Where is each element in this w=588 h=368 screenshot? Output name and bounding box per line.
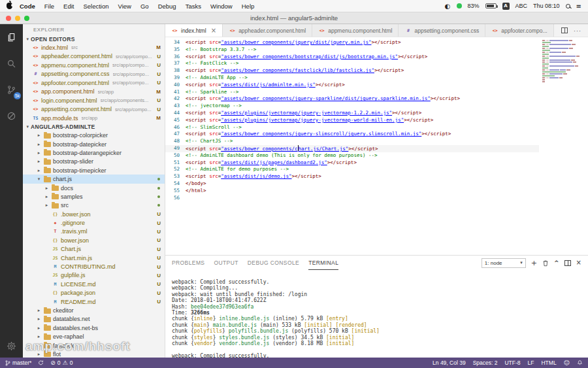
menu-view[interactable]: View: [118, 3, 131, 10]
minimap[interactable]: [542, 40, 580, 85]
html-file-icon: <>: [171, 28, 178, 33]
code-line: 41<!-- Sparkline -->: [165, 89, 539, 96]
input-source-label[interactable]: ABC: [515, 3, 528, 9]
split-terminal-icon[interactable]: [564, 260, 571, 266]
split-editor-icon[interactable]: [561, 27, 568, 33]
chevron-right-icon: ▸: [36, 133, 42, 138]
eol[interactable]: LF: [528, 360, 534, 366]
language-mode[interactable]: HTML: [541, 360, 556, 366]
code-editor[interactable]: 34<script src="assets/bower_components/j…: [165, 37, 588, 255]
menu-go[interactable]: Go: [140, 3, 149, 10]
tree-item[interactable]: JSChart.jsU: [23, 245, 165, 254]
sync-icon[interactable]: [38, 360, 44, 366]
menu-bar-clock[interactable]: Thu 08:10: [533, 3, 560, 9]
tree-item[interactable]: ▸datatables.net: [23, 315, 165, 324]
menu-selection[interactable]: Selection: [83, 3, 108, 10]
md-file-icon: M: [52, 264, 59, 269]
tree-item[interactable]: MLICENSE.mdU: [23, 280, 165, 288]
window-title-bar[interactable]: index.html — angular5-adminlte: [0, 12, 588, 24]
spotlight-search-icon[interactable]: [566, 4, 570, 8]
tree-item[interactable]: ◆.gitignoreU: [23, 218, 165, 227]
menu-help[interactable]: Help: [242, 3, 255, 10]
panel-tab-output[interactable]: OUTPUT: [214, 256, 238, 270]
open-editor-item[interactable]: <>index.htmlsrcM: [23, 43, 165, 52]
tab-appheader-component-html[interactable]: <>appheader.component.html: [223, 24, 312, 37]
tree-item[interactable]: {}package.jsonU: [23, 289, 165, 297]
status-green-dot-icon[interactable]: [457, 3, 462, 8]
open-editor-item[interactable]: <>login.component.htmlsrc/app/components…: [23, 96, 165, 105]
app-menus: CodeFileEditSelectionViewGoDebugTasksWin…: [15, 3, 259, 10]
open-editor-item[interactable]: TSapp.module.tssrc/appM: [23, 114, 165, 123]
more-actions-icon[interactable]: ···: [574, 27, 581, 34]
tree-item[interactable]: MCONTRIBUTING.mdU: [23, 262, 165, 271]
tree-item[interactable]: JSChart.min.jsU: [23, 254, 165, 262]
close-panel-icon[interactable]: ×: [576, 259, 581, 266]
open-editor-item[interactable]: #appsetting.component.csssrc/app/compo..…: [23, 70, 165, 79]
apple-logo: [7, 3, 12, 9]
tree-item[interactable]: {}bower.jsonU: [23, 236, 165, 244]
panel-tab-terminal[interactable]: TERMINAL: [308, 256, 338, 270]
minimap-line: [542, 77, 580, 78]
apple-menu-icon[interactable]: [7, 3, 12, 9]
maximize-panel-icon[interactable]: ^: [554, 260, 559, 266]
panel-tab-debug-console[interactable]: DEBUG CONSOLE: [248, 256, 299, 270]
indentation[interactable]: Spaces: 2: [473, 360, 498, 366]
open-editor-item[interactable]: <>appmenu.component.htmlsrc/app/compo...…: [23, 61, 165, 70]
terminal-line: webpack: Compiled successfully.: [172, 353, 588, 358]
cursor-position[interactable]: Ln 49, Col 39: [433, 360, 466, 366]
open-editors-header[interactable]: ▾ OPEN EDITORS: [23, 35, 165, 43]
menu-file[interactable]: File: [44, 3, 54, 10]
terminal-selector[interactable]: 1: node ▾: [482, 258, 526, 268]
tab-appsetting-component-css[interactable]: #appsetting.component.css: [399, 24, 485, 37]
encoding[interactable]: UTF-8: [504, 360, 520, 366]
open-editor-item[interactable]: <>appheader.component.htmlsrc/app/compo.…: [23, 52, 165, 61]
tab-appmenu-component-html[interactable]: <>appmenu.component.html: [312, 24, 399, 37]
terminal-output[interactable]: webpack: Compiled successfully.webpack: …: [165, 270, 588, 358]
tree-item[interactable]: ▸bootstrap-datepicker: [23, 140, 165, 148]
file-name: LICENSE.md: [61, 281, 96, 288]
menu-edit[interactable]: Edit: [63, 3, 74, 10]
tree-item[interactable]: ▸ckeditor: [23, 306, 165, 314]
tree-item[interactable]: ▸bootstrap-timepicker: [23, 166, 165, 175]
open-editor-item[interactable]: <>appfooter.component.htmlsrc/app/compo.…: [23, 78, 165, 88]
notification-center-icon[interactable]: ≡: [576, 3, 581, 10]
tab-index-html[interactable]: <>index.html×: [165, 24, 223, 37]
input-source-icon[interactable]: A: [502, 3, 510, 10]
kill-terminal-icon[interactable]: [542, 259, 549, 267]
notifications-bell-icon[interactable]: [577, 360, 583, 366]
open-editor-item[interactable]: <>app.component.htmlsrc/appM: [23, 88, 165, 97]
tree-item[interactable]: ▸bootstrap-daterangepicker: [23, 148, 165, 157]
tab-appfooter-compo[interactable]: <>appfooter.compo...: [485, 24, 553, 37]
tree-item[interactable]: MREADME.mdU: [23, 297, 165, 306]
git-status-badge: U: [157, 255, 165, 261]
activity-debug-icon[interactable]: [0, 103, 23, 129]
tree-item[interactable]: ▸bootstrap-slider: [23, 158, 165, 166]
panel-tab-problems[interactable]: PROBLEMS: [172, 256, 204, 270]
problems-summary[interactable]: ⊘ 0 ⚠ 0: [50, 360, 73, 366]
menu-debug[interactable]: Debug: [158, 3, 176, 10]
close-icon[interactable]: ×: [211, 27, 216, 34]
tree-item[interactable]: ▸datatables.net-bs: [23, 324, 165, 332]
open-editor-item[interactable]: <>appsetting.component.htmlsrc/app/compo…: [23, 105, 165, 114]
menu-tasks[interactable]: Tasks: [186, 3, 201, 10]
tree-item[interactable]: T.travis.ymlU: [23, 227, 165, 236]
tree-item[interactable]: ▸samples: [23, 192, 165, 201]
new-terminal-icon[interactable]: +: [531, 259, 537, 267]
tree-item[interactable]: ▸docs: [23, 184, 165, 192]
activity-explorer-icon[interactable]: [0, 24, 23, 50]
feedback-smiley-icon[interactable]: ☺: [564, 360, 570, 366]
tree-item[interactable]: JSgulpfile.jsU: [23, 271, 165, 280]
tree-item[interactable]: ▸src: [23, 201, 165, 210]
status-half-circle-icon[interactable]: ◐: [445, 3, 451, 10]
tree-item[interactable]: ▸bootstrap-colorpicker: [23, 131, 165, 140]
project-header[interactable]: ▾ ANGULAR5-ADMINLTE: [23, 123, 165, 131]
activity-source-control-icon[interactable]: 5k: [0, 76, 23, 103]
tree-item[interactable]: {}.bower.jsonU: [23, 210, 165, 218]
menu-code[interactable]: Code: [20, 3, 35, 10]
menu-window[interactable]: Window: [210, 3, 233, 10]
git-branch[interactable]: master*: [5, 360, 31, 367]
tree-item-selected[interactable]: ▾chart.js: [23, 175, 165, 183]
settings-gear-icon[interactable]: [0, 334, 23, 358]
code-area[interactable]: 34<script src="assets/bower_components/j…: [165, 39, 539, 201]
activity-search-icon[interactable]: [0, 50, 23, 76]
